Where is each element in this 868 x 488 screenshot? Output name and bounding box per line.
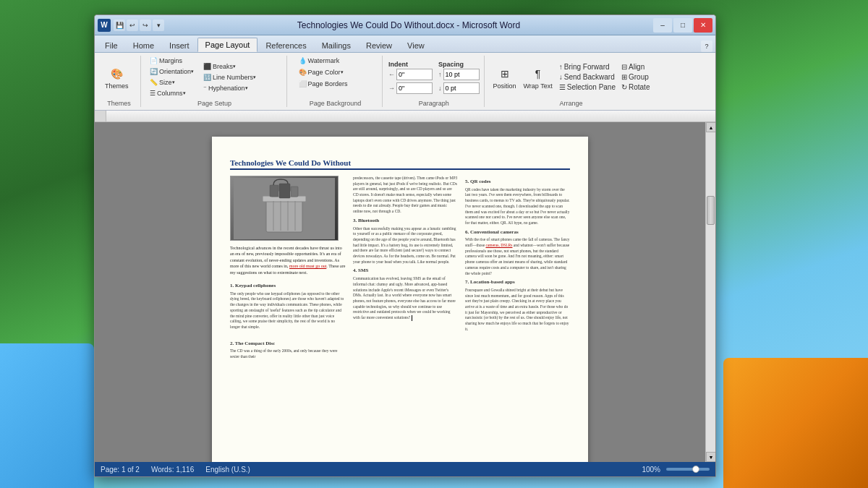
undo-qa-button[interactable]: ↩	[127, 20, 138, 31]
section-4-text: Communication has evolved, leaving SMS a…	[353, 276, 458, 321]
section-2: 2. The Compact Disc The CD was a thing o…	[230, 338, 346, 363]
arrange-group-label: Arrange	[490, 100, 652, 107]
zoom-slider[interactable]	[666, 468, 710, 471]
help-icon[interactable]: ?	[701, 40, 712, 52]
ribbon-content: 🎨 Themes Themes 📄 Margins 🔄 Orientation	[95, 53, 715, 111]
spacing-col: Spacing ↑ 10 pt ↓ 0 pt	[438, 61, 480, 94]
maximize-button[interactable]: □	[673, 18, 692, 33]
document-area[interactable]: Technologies We Could Do Without	[95, 122, 705, 462]
ruler-container	[95, 111, 715, 122]
bring-forward-button[interactable]: ↑ Bring Forward	[557, 62, 618, 72]
window-title: Technologies We Could Do Without.docx - …	[164, 20, 653, 30]
ruler-corner	[95, 111, 106, 122]
paragraph-group-content: Indent ← 0" → 0" Spacing	[388, 56, 480, 98]
indent-right-spinbox[interactable]: 0"	[396, 82, 433, 94]
doc-image	[230, 176, 339, 241]
customize-qa-button[interactable]: ▾	[153, 20, 164, 31]
section-7-text: Foursquare and Gowalla shined bright at …	[465, 288, 570, 333]
spacing-label: Spacing	[438, 61, 480, 68]
ribbon-tab-right: ?	[701, 40, 715, 52]
page-bg-group-label: Page Background	[293, 100, 378, 107]
group-button[interactable]: ⊞ Group	[619, 72, 652, 82]
themes-icon: 🎨	[108, 65, 125, 82]
redo-qa-button[interactable]: ↪	[140, 20, 151, 31]
section-4-title: 4. SMS	[353, 267, 458, 275]
close-button[interactable]: ✕	[694, 18, 712, 33]
desktop-decoration-right	[723, 358, 868, 488]
word-window: W 💾 ↩ ↪ ▾ Technologies We Could Do Witho…	[94, 14, 716, 477]
section-2-title: 2. The Compact Disc	[230, 341, 346, 348]
language-status: English (U.S.)	[205, 466, 250, 474]
ribbon-tabs: File Home Insert Page Layout References …	[95, 35, 715, 53]
indent-left-spinbox[interactable]: 0"	[396, 69, 433, 80]
position-icon: ⊞	[496, 65, 514, 82]
word-icon: W	[98, 19, 111, 32]
themes-group-content: 🎨 Themes	[102, 56, 136, 98]
tab-references[interactable]: References	[258, 39, 313, 52]
tab-review[interactable]: Review	[359, 39, 399, 52]
themes-button[interactable]: 🎨 Themes	[102, 64, 132, 91]
arrange-group-content: ⊞ Position ¶ Wrap Text ↑ Bring Forward ↓…	[490, 56, 652, 98]
selection-pane-button[interactable]: ☰ Selection Pane	[557, 82, 618, 92]
title-bar: W 💾 ↩ ↪ ▾ Technologies We Could Do Witho…	[95, 15, 715, 35]
section-6-title: 6. Conventional cameras	[465, 229, 570, 236]
section-1-text: The only people who use keypad cellphone…	[230, 291, 346, 330]
tab-home[interactable]: Home	[126, 39, 161, 52]
doc-column-1: Technological advances in the recent dec…	[230, 176, 346, 363]
spacing-before-spinbox[interactable]: 10 pt	[443, 69, 480, 80]
hyphenation-button[interactable]: ⁻ Hyphenation ▾	[200, 83, 259, 93]
status-bar: Page: 1 of 2 Words: 1,116 English (U.S.)…	[95, 462, 715, 476]
page-setup-left-col: 📄 Margins 🔄 Orientation ▾ 📏 Size ▾	[147, 56, 197, 98]
arrange-right-col2: ⊟ Align ⊞ Group ↻ Rotate	[619, 62, 652, 92]
svg-rect-10	[291, 187, 298, 197]
scroll-thumb[interactable]	[707, 196, 715, 225]
rotate-button[interactable]: ↻ Rotate	[619, 82, 652, 92]
page-color-button[interactable]: 🎨 Page Color ▾	[296, 67, 375, 77]
align-button[interactable]: ⊟ Align	[619, 62, 652, 72]
scroll-track[interactable]	[706, 132, 715, 452]
orientation-button[interactable]: 🔄 Orientation ▾	[147, 67, 197, 77]
margins-button[interactable]: 📄 Margins	[147, 56, 197, 66]
tab-view[interactable]: View	[400, 39, 432, 52]
wrap-text-button[interactable]: ¶ Wrap Text	[521, 64, 556, 91]
page-setup-group-content: 📄 Margins 🔄 Orientation ▾ 📏 Size ▾	[147, 56, 282, 98]
document-content: Technological advances in the recent dec…	[230, 176, 570, 363]
page-setup-right-col: ⬛ Breaks ▾ 🔢 Line Numbers ▾ ⁻ Hyphenatio…	[200, 61, 259, 93]
status-bar-right: 100%	[642, 466, 710, 474]
minimize-button[interactable]: –	[653, 18, 672, 33]
size-button[interactable]: 📏 Size ▾	[147, 77, 197, 87]
themes-group-label: Themes	[102, 100, 136, 107]
arrange-right-col: ↑ Bring Forward ↓ Send Backward ☰ Select…	[557, 62, 618, 92]
page-borders-button[interactable]: ⬜ Page Borders	[296, 79, 375, 89]
line-numbers-button[interactable]: 🔢 Line Numbers ▾	[200, 72, 259, 82]
scroll-down-button[interactable]: ▼	[706, 452, 715, 462]
wrap-text-icon: ¶	[529, 65, 547, 82]
spacing-after-spinbox[interactable]: 0 pt	[443, 82, 480, 94]
save-qa-button[interactable]: 💾	[114, 20, 125, 31]
tab-file[interactable]: File	[98, 39, 125, 52]
ribbon-group-themes: 🎨 Themes Themes	[98, 56, 141, 107]
page-setup-group-label: Page Setup	[147, 100, 282, 107]
send-backward-button[interactable]: ↓ Send Backward	[557, 72, 618, 82]
position-button[interactable]: ⊞ Position	[490, 64, 519, 91]
section-5-text: QR codes have taken the marketing indust…	[465, 187, 570, 226]
scroll-up-button[interactable]: ▲	[706, 122, 715, 132]
zoom-thumb[interactable]	[692, 466, 699, 473]
vertical-scrollbar[interactable]: ▲ ▼	[705, 122, 715, 462]
svg-rect-1	[266, 200, 302, 232]
quick-access-toolbar: 💾 ↩ ↪ ▾	[114, 20, 164, 31]
doc-column-2: predecessors, the cassette tape (driven)…	[353, 176, 458, 363]
zoom-level: 100%	[642, 466, 660, 474]
section-7-title: 7. Location-based apps	[465, 279, 570, 286]
columns-button[interactable]: ☰ Columns ▾	[147, 88, 197, 98]
ribbon-group-page-bg: 💧 Watermark 🎨 Page Color ▾ ⬜ Page Border…	[289, 56, 383, 107]
breaks-button[interactable]: ⬛ Breaks ▾	[200, 61, 259, 72]
tab-insert[interactable]: Insert	[162, 39, 197, 52]
watermark-button[interactable]: 💧 Watermark	[296, 56, 375, 66]
section-3-text: Other than successfully making you appea…	[353, 226, 458, 265]
paragraph-group-label: Paragraph	[388, 100, 480, 107]
tab-mailings[interactable]: Mailings	[315, 39, 358, 52]
tab-page-layout[interactable]: Page Layout	[197, 38, 258, 52]
indent-col: Indent ← 0" → 0"	[388, 61, 433, 94]
ribbon-group-page-setup: 📄 Margins 🔄 Orientation ▾ 📏 Size ▾	[142, 56, 287, 107]
